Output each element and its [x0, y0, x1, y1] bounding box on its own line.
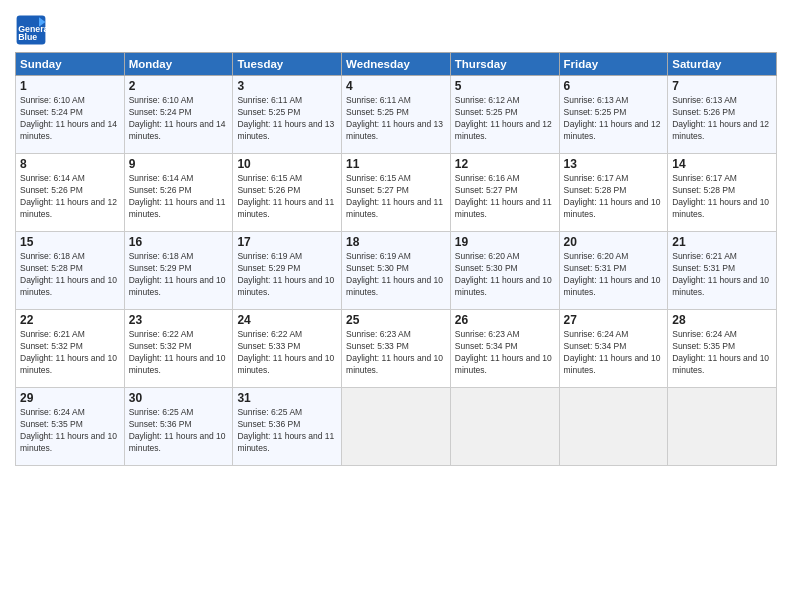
table-cell: 11Sunrise: 6:15 AMSunset: 5:27 PMDayligh… [342, 154, 451, 232]
col-friday: Friday [559, 53, 668, 76]
table-cell: 19Sunrise: 6:20 AMSunset: 5:30 PMDayligh… [450, 232, 559, 310]
header: General Blue [15, 10, 777, 46]
day-number: 10 [237, 157, 337, 171]
table-cell: 21Sunrise: 6:21 AMSunset: 5:31 PMDayligh… [668, 232, 777, 310]
day-info: Sunrise: 6:18 AMSunset: 5:29 PMDaylight:… [129, 251, 229, 299]
day-info: Sunrise: 6:21 AMSunset: 5:31 PMDaylight:… [672, 251, 772, 299]
table-row: 8Sunrise: 6:14 AMSunset: 5:26 PMDaylight… [16, 154, 777, 232]
day-info: Sunrise: 6:13 AMSunset: 5:26 PMDaylight:… [672, 95, 772, 143]
day-number: 27 [564, 313, 664, 327]
day-info: Sunrise: 6:15 AMSunset: 5:26 PMDaylight:… [237, 173, 337, 221]
table-cell: 14Sunrise: 6:17 AMSunset: 5:28 PMDayligh… [668, 154, 777, 232]
day-info: Sunrise: 6:15 AMSunset: 5:27 PMDaylight:… [346, 173, 446, 221]
table-cell [342, 388, 451, 466]
day-number: 16 [129, 235, 229, 249]
day-info: Sunrise: 6:22 AMSunset: 5:33 PMDaylight:… [237, 329, 337, 377]
table-cell: 28Sunrise: 6:24 AMSunset: 5:35 PMDayligh… [668, 310, 777, 388]
day-number: 5 [455, 79, 555, 93]
table-cell: 31Sunrise: 6:25 AMSunset: 5:36 PMDayligh… [233, 388, 342, 466]
table-cell [668, 388, 777, 466]
col-sunday: Sunday [16, 53, 125, 76]
day-number: 24 [237, 313, 337, 327]
day-number: 14 [672, 157, 772, 171]
day-number: 4 [346, 79, 446, 93]
table-cell: 4Sunrise: 6:11 AMSunset: 5:25 PMDaylight… [342, 76, 451, 154]
day-info: Sunrise: 6:23 AMSunset: 5:33 PMDaylight:… [346, 329, 446, 377]
table-cell [450, 388, 559, 466]
day-number: 6 [564, 79, 664, 93]
day-number: 11 [346, 157, 446, 171]
table-cell: 26Sunrise: 6:23 AMSunset: 5:34 PMDayligh… [450, 310, 559, 388]
day-info: Sunrise: 6:24 AMSunset: 5:35 PMDaylight:… [20, 407, 120, 455]
day-info: Sunrise: 6:17 AMSunset: 5:28 PMDaylight:… [564, 173, 664, 221]
table-cell: 20Sunrise: 6:20 AMSunset: 5:31 PMDayligh… [559, 232, 668, 310]
day-number: 8 [20, 157, 120, 171]
table-cell: 5Sunrise: 6:12 AMSunset: 5:25 PMDaylight… [450, 76, 559, 154]
day-number: 18 [346, 235, 446, 249]
table-cell: 10Sunrise: 6:15 AMSunset: 5:26 PMDayligh… [233, 154, 342, 232]
col-tuesday: Tuesday [233, 53, 342, 76]
day-number: 13 [564, 157, 664, 171]
table-cell: 12Sunrise: 6:16 AMSunset: 5:27 PMDayligh… [450, 154, 559, 232]
day-info: Sunrise: 6:20 AMSunset: 5:30 PMDaylight:… [455, 251, 555, 299]
table-cell: 16Sunrise: 6:18 AMSunset: 5:29 PMDayligh… [124, 232, 233, 310]
day-info: Sunrise: 6:19 AMSunset: 5:30 PMDaylight:… [346, 251, 446, 299]
day-info: Sunrise: 6:14 AMSunset: 5:26 PMDaylight:… [20, 173, 120, 221]
calendar-container: General Blue Sunday Monday Tuesday Wedne… [0, 0, 792, 612]
day-number: 29 [20, 391, 120, 405]
day-info: Sunrise: 6:25 AMSunset: 5:36 PMDaylight:… [237, 407, 337, 455]
table-cell: 17Sunrise: 6:19 AMSunset: 5:29 PMDayligh… [233, 232, 342, 310]
table-cell: 29Sunrise: 6:24 AMSunset: 5:35 PMDayligh… [16, 388, 125, 466]
col-wednesday: Wednesday [342, 53, 451, 76]
col-thursday: Thursday [450, 53, 559, 76]
day-info: Sunrise: 6:11 AMSunset: 5:25 PMDaylight:… [237, 95, 337, 143]
day-info: Sunrise: 6:16 AMSunset: 5:27 PMDaylight:… [455, 173, 555, 221]
day-info: Sunrise: 6:10 AMSunset: 5:24 PMDaylight:… [20, 95, 120, 143]
day-info: Sunrise: 6:18 AMSunset: 5:28 PMDaylight:… [20, 251, 120, 299]
day-number: 21 [672, 235, 772, 249]
table-cell: 18Sunrise: 6:19 AMSunset: 5:30 PMDayligh… [342, 232, 451, 310]
table-row: 29Sunrise: 6:24 AMSunset: 5:35 PMDayligh… [16, 388, 777, 466]
day-number: 20 [564, 235, 664, 249]
day-number: 3 [237, 79, 337, 93]
table-row: 1Sunrise: 6:10 AMSunset: 5:24 PMDaylight… [16, 76, 777, 154]
day-info: Sunrise: 6:22 AMSunset: 5:32 PMDaylight:… [129, 329, 229, 377]
table-cell: 24Sunrise: 6:22 AMSunset: 5:33 PMDayligh… [233, 310, 342, 388]
calendar-table: Sunday Monday Tuesday Wednesday Thursday… [15, 52, 777, 466]
day-number: 12 [455, 157, 555, 171]
table-cell: 13Sunrise: 6:17 AMSunset: 5:28 PMDayligh… [559, 154, 668, 232]
day-number: 22 [20, 313, 120, 327]
day-number: 17 [237, 235, 337, 249]
table-cell: 7Sunrise: 6:13 AMSunset: 5:26 PMDaylight… [668, 76, 777, 154]
table-cell: 25Sunrise: 6:23 AMSunset: 5:33 PMDayligh… [342, 310, 451, 388]
day-info: Sunrise: 6:21 AMSunset: 5:32 PMDaylight:… [20, 329, 120, 377]
day-info: Sunrise: 6:17 AMSunset: 5:28 PMDaylight:… [672, 173, 772, 221]
col-saturday: Saturday [668, 53, 777, 76]
day-number: 26 [455, 313, 555, 327]
day-number: 9 [129, 157, 229, 171]
logo-icon: General Blue [15, 14, 47, 46]
table-row: 22Sunrise: 6:21 AMSunset: 5:32 PMDayligh… [16, 310, 777, 388]
table-cell: 1Sunrise: 6:10 AMSunset: 5:24 PMDaylight… [16, 76, 125, 154]
day-number: 2 [129, 79, 229, 93]
table-row: 15Sunrise: 6:18 AMSunset: 5:28 PMDayligh… [16, 232, 777, 310]
table-cell: 3Sunrise: 6:11 AMSunset: 5:25 PMDaylight… [233, 76, 342, 154]
day-info: Sunrise: 6:12 AMSunset: 5:25 PMDaylight:… [455, 95, 555, 143]
day-number: 31 [237, 391, 337, 405]
table-cell: 15Sunrise: 6:18 AMSunset: 5:28 PMDayligh… [16, 232, 125, 310]
day-number: 28 [672, 313, 772, 327]
svg-text:Blue: Blue [18, 32, 37, 42]
day-info: Sunrise: 6:24 AMSunset: 5:35 PMDaylight:… [672, 329, 772, 377]
table-cell: 2Sunrise: 6:10 AMSunset: 5:24 PMDaylight… [124, 76, 233, 154]
table-cell: 30Sunrise: 6:25 AMSunset: 5:36 PMDayligh… [124, 388, 233, 466]
table-cell: 22Sunrise: 6:21 AMSunset: 5:32 PMDayligh… [16, 310, 125, 388]
day-number: 19 [455, 235, 555, 249]
day-info: Sunrise: 6:10 AMSunset: 5:24 PMDaylight:… [129, 95, 229, 143]
day-info: Sunrise: 6:24 AMSunset: 5:34 PMDaylight:… [564, 329, 664, 377]
day-info: Sunrise: 6:20 AMSunset: 5:31 PMDaylight:… [564, 251, 664, 299]
table-cell [559, 388, 668, 466]
table-cell: 6Sunrise: 6:13 AMSunset: 5:25 PMDaylight… [559, 76, 668, 154]
day-number: 1 [20, 79, 120, 93]
day-info: Sunrise: 6:14 AMSunset: 5:26 PMDaylight:… [129, 173, 229, 221]
day-number: 7 [672, 79, 772, 93]
